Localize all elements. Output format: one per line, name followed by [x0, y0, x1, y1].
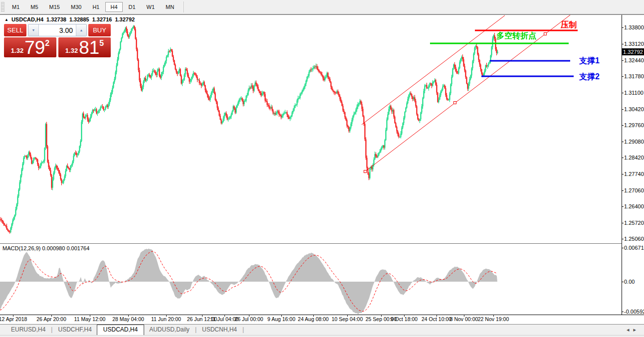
annotation-support2-label[interactable]: 支撑2 [579, 72, 600, 82]
chart-symbol-title: USDCAD,H4 [11, 16, 43, 22]
timeframe-mn[interactable]: MN [161, 2, 179, 12]
drawing-objects[interactable] [362, 15, 578, 173]
toolbar-grip-icon[interactable] [1, 2, 4, 12]
ohlc-low: 1.32716 [92, 16, 112, 22]
volume-increase-button[interactable]: ▲ [76, 24, 86, 36]
chart-header: ▲USDCAD,H41.327381.328851.327161.32792 [4, 16, 138, 22]
tab-usdcnh-h4[interactable]: USDCNH,H4 [197, 325, 242, 335]
chart-tab-list: EURUSD,H4|USDCHF,H4USDCAD,H4AUDUSD,Daily… [6, 324, 244, 335]
tab-audusd-daily[interactable]: AUDUSD,Daily [144, 325, 195, 335]
macd-indicator [0, 249, 497, 315]
chart-tab-bar: EURUSD,H4|USDCHF,H4USDCAD,H4AUDUSD,Daily… [0, 324, 644, 335]
tab-usdchf-h4[interactable]: USDCHF,H4 [53, 325, 96, 335]
sell-price-prefix: 1.32 [11, 47, 23, 54]
timeframe-m15[interactable]: M15 [44, 2, 65, 12]
sell-price-panel[interactable]: 1.32792 [4, 37, 56, 57]
buy-price-pip: 5 [99, 39, 104, 48]
sell-price-pip: 2 [45, 39, 49, 48]
annotation-pivot-label[interactable]: 多空转折点 [496, 31, 536, 41]
timeframe-m5[interactable]: M5 [25, 2, 43, 12]
status-strip [0, 335, 644, 337]
tab-scroll-arrows: ◂▸ [627, 327, 640, 333]
toolbar-separator [184, 1, 184, 12]
sell-price-big: 79 [24, 38, 45, 57]
annotation-resistance-label[interactable]: 压制 [561, 20, 577, 30]
trendline-handle[interactable] [364, 170, 367, 173]
timeframe-button-list: M1M5M15M30H1H4D1W1MN [6, 0, 180, 14]
one-click-trading-panel: SELL ▼ 3.00 ▲ BUY 1.32792 1.32815 [4, 24, 111, 57]
buy-price-panel[interactable]: 1.32815 [58, 37, 111, 57]
timeframe-toolbar: M1M5M15M30H1H4D1W1MN [0, 0, 644, 14]
scroll-left-icon[interactable]: ◂ [627, 327, 634, 333]
trendline-handle[interactable] [544, 33, 547, 35]
timeframe-m1[interactable]: M1 [7, 2, 24, 12]
timeframe-w1[interactable]: W1 [142, 2, 160, 12]
volume-stepper: ▼ 3.00 ▲ [28, 24, 87, 36]
macd-indicator-label: MACD(12,26,9) 0.000980 0.001764 [2, 245, 89, 251]
trendline-handle[interactable] [454, 102, 456, 104]
annotation-support1-label[interactable]: 支撑1 [579, 56, 600, 66]
timeframe-h4[interactable]: H4 [105, 2, 122, 12]
buy-price-big: 81 [79, 38, 99, 57]
main-trendline[interactable] [365, 15, 570, 171]
ohlc-open: 1.32738 [46, 16, 66, 22]
buy-button[interactable]: BUY [88, 24, 111, 36]
volume-input[interactable]: 3.00 [39, 24, 76, 36]
timeframe-m30[interactable]: M30 [66, 2, 86, 12]
ohlc-close: 1.32792 [115, 16, 135, 22]
current-price-badge: 1.32792 [622, 48, 644, 55]
scroll-right-icon[interactable]: ▸ [633, 327, 640, 333]
buy-price-prefix: 1.32 [65, 47, 78, 54]
channel-upper-trendline[interactable] [362, 15, 505, 125]
up-arrow-icon: ▲ [80, 28, 83, 32]
tab-usdcad-h4[interactable]: USDCAD,H4 [97, 325, 144, 336]
tab-separator: | [242, 326, 244, 335]
down-arrow-icon: ▼ [32, 28, 35, 32]
tab-eurusd-h4[interactable]: EURUSD,H4 [6, 325, 50, 335]
timeframe-d1[interactable]: D1 [124, 2, 141, 12]
sell-button[interactable]: SELL [4, 24, 26, 36]
ohlc-high: 1.32885 [69, 16, 89, 22]
volume-decrease-button[interactable]: ▼ [28, 24, 39, 36]
timeframe-h1[interactable]: H1 [87, 2, 104, 12]
collapse-icon[interactable]: ▲ [4, 17, 8, 22]
